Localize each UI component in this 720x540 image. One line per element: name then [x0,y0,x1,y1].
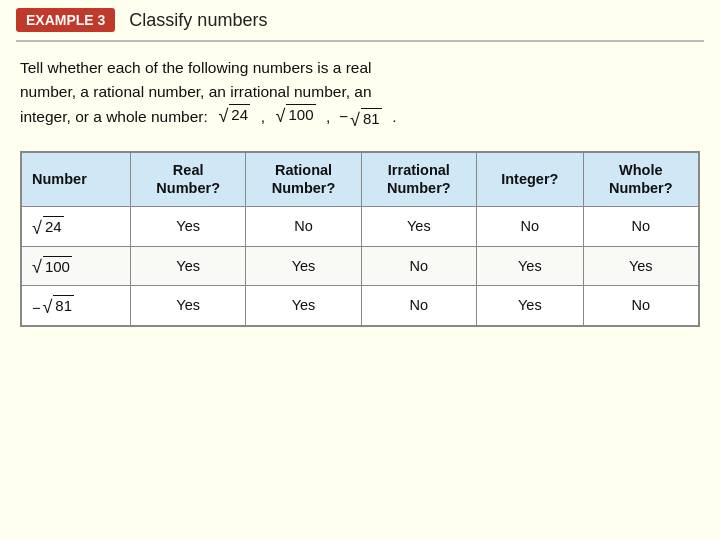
cell-rational-1: No [246,207,361,247]
cell-real-1: Yes [131,207,246,247]
cell-integer-1: No [477,207,584,247]
cell-irrational-1: Yes [361,207,476,247]
content: Tell whether each of the following numbe… [0,42,720,341]
table-row: − √ 81 Yes Yes No Yes No [22,286,699,326]
desc-line1: Tell whether each of the following numbe… [20,59,372,76]
cell-rational-2: Yes [246,246,361,286]
desc-line3: integer, or a whole number: [20,108,212,125]
cell-number-1: √ 24 [22,207,131,247]
classify-table: Number RealNumber? RationalNumber? Irrat… [20,151,700,327]
col-header-real: RealNumber? [131,152,246,207]
table-header-row: Number RealNumber? RationalNumber? Irrat… [22,152,699,207]
table-row: √ 100 Yes Yes No Yes Yes [22,246,699,286]
description: Tell whether each of the following numbe… [20,56,700,129]
cell-number-3: − √ 81 [22,286,131,326]
desc-line2: number, a rational number, an irrational… [20,83,372,100]
cell-whole-1: No [583,207,698,247]
example-badge: EXAMPLE 3 [16,8,115,32]
page: EXAMPLE 3 Classify numbers Tell whether … [0,0,720,540]
cell-real-2: Yes [131,246,246,286]
cell-rational-3: Yes [246,286,361,326]
cell-whole-3: No [583,286,698,326]
col-header-irrational: IrrationalNumber? [361,152,476,207]
table-row: √ 24 Yes No Yes No No [22,207,699,247]
cell-irrational-3: No [361,286,476,326]
cell-irrational-2: No [361,246,476,286]
cell-whole-2: Yes [583,246,698,286]
cell-integer-2: Yes [477,246,584,286]
desc-number-2: √ 100 [276,104,316,125]
col-header-integer: Integer? [477,152,584,207]
desc-number-3: − √ 81 [339,105,384,129]
cell-number-2: √ 100 [22,246,131,286]
col-header-number: Number [22,152,131,207]
header: EXAMPLE 3 Classify numbers [0,0,720,40]
desc-number-1: √ 24 [218,104,250,125]
header-title: Classify numbers [129,10,267,31]
cell-real-3: Yes [131,286,246,326]
cell-integer-3: Yes [477,286,584,326]
col-header-whole: WholeNumber? [583,152,698,207]
col-header-rational: RationalNumber? [246,152,361,207]
